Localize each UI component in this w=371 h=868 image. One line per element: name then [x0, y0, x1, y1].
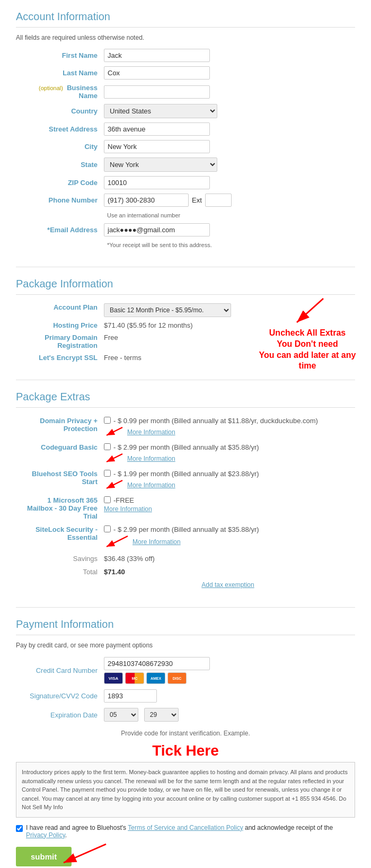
account-plan-label: Account Plan	[16, 301, 101, 319]
extra-checkbox-seo[interactable]	[104, 470, 111, 477]
cc-row: Credit Card Number VISA MC AMEX DISC	[16, 654, 355, 687]
account-section-title: Account Information	[16, 11, 355, 28]
submit-area: submit	[16, 847, 72, 866]
domain-label: Primary Domain Registration	[16, 331, 101, 352]
city-input[interactable]	[104, 140, 210, 153]
extra-label-codeguard: Codeguard Basic	[16, 441, 101, 467]
cc-input[interactable]	[104, 657, 210, 670]
extra-arrow-svg-2	[104, 478, 125, 491]
divider-2	[16, 380, 355, 380]
extra-checkbox-domain-privacy[interactable]	[104, 417, 111, 424]
phone-row: Phone Number Ext	[16, 191, 355, 209]
first-name-input[interactable]	[104, 49, 210, 62]
account-form-table: First Name Last Name (optional) Business…	[16, 47, 355, 251]
optional-badge: (optional)	[39, 85, 63, 91]
extra-checkbox-ms365[interactable]	[104, 496, 111, 503]
agree-text: I have read and agree to Bluehost's Term…	[26, 824, 355, 839]
extras-section-title: Package Extras	[16, 391, 355, 408]
extra-arrow-svg-0	[104, 425, 125, 438]
package-content-area: Account Plan Basic 12 Month Price - $5.9…	[16, 301, 355, 364]
tax-row: Add tax exemption	[16, 578, 355, 591]
extra-row-codeguard: Codeguard Basic - $ 2.99 per month (Bill…	[16, 441, 355, 467]
phone-field-group: Ext	[104, 194, 352, 207]
tax-exemption-link[interactable]: Add tax exemption	[104, 581, 352, 589]
svg-line-3	[107, 427, 122, 435]
submit-arrow-svg	[58, 841, 111, 868]
amex-icon: AMEX	[146, 672, 165, 684]
extra-label-seo: Bluehost SEO ToolsStart	[16, 467, 101, 494]
savings-row: Savings $36.48 (33% off)	[16, 552, 355, 565]
extra-label-ms365: 1 Microsoft 365Mailbox - 30 Day FreeTria…	[16, 494, 101, 523]
last-name-input[interactable]	[104, 66, 210, 80]
extra-more-info-4[interactable]: More Information	[132, 538, 181, 546]
agree-checkbox[interactable]	[16, 825, 23, 832]
tick-here-annotation: Tick Here	[16, 742, 355, 759]
verification-note: Provide code for instant verification. E…	[16, 730, 355, 737]
extra-more-info-0[interactable]: More Information	[127, 428, 175, 436]
state-select[interactable]: New York California Texas	[104, 157, 217, 172]
country-label: Country	[16, 102, 101, 120]
exp-row: Expiration Date 01 02 03 04 05 06 12 25 …	[16, 705, 355, 724]
exp-year-select[interactable]: 25 26 27 28 29 30	[144, 708, 179, 722]
business-name-input[interactable]	[104, 85, 210, 99]
privacy-link[interactable]: Privacy Policy	[26, 831, 65, 839]
extra-arrow-2: More Information	[104, 478, 352, 491]
first-name-row: First Name	[16, 47, 355, 64]
street-input[interactable]	[104, 122, 210, 136]
savings-label: Savings	[16, 552, 101, 565]
account-plan-select[interactable]: Basic 12 Month Price - $5.95/mo. Plus 12…	[104, 303, 231, 317]
ext-label: Ext	[192, 196, 202, 204]
zip-input[interactable]	[104, 176, 210, 189]
extra-row-seo: Bluehost SEO ToolsStart - $ 1.99 per mon…	[16, 467, 355, 494]
svg-line-9	[107, 536, 128, 547]
account-information-section: Account Information All fields are requi…	[16, 11, 355, 251]
email-row: *Email Address	[16, 221, 355, 239]
business-name-row: (optional) Business Name	[16, 82, 355, 102]
extra-label-sitelock: SiteLock Security -Essential	[16, 523, 101, 552]
country-select[interactable]: United States United Kingdom Canada	[104, 104, 217, 118]
svg-line-1	[297, 299, 323, 322]
extra-checkbox-codeguard[interactable]	[104, 443, 111, 450]
extra-price-sitelock: - $ 2.99 per month (Billed annually at $…	[113, 525, 259, 533]
extra-more-info-2[interactable]: More Information	[127, 481, 175, 489]
pkg-annotation-text: Uncheck All Extras You Don't need You ca…	[254, 328, 360, 372]
last-name-label: Last Name	[16, 64, 101, 82]
terms-link[interactable]: Terms of Service and Cancellation Policy	[128, 824, 243, 831]
payment-section-title: Payment Information	[16, 618, 355, 635]
ssl-label: Let's Encrypt SSL	[16, 352, 101, 364]
extra-row-sitelock: SiteLock Security -Essential - $ 2.99 pe…	[16, 523, 355, 552]
city-row: City	[16, 138, 355, 155]
extra-more-info-3[interactable]: More Information	[104, 505, 352, 513]
exp-label: Expiration Date	[16, 705, 101, 724]
total-value: $71.40	[101, 565, 355, 578]
cvv-input[interactable]	[104, 689, 157, 703]
state-row: State New York California Texas	[16, 155, 355, 174]
phone-input[interactable]	[104, 194, 189, 207]
extra-checkbox-sitelock[interactable]	[104, 525, 111, 532]
ext-input[interactable]	[205, 194, 232, 207]
package-information-section: Package Information Account Plan Basic 1…	[16, 278, 355, 364]
extra-checkbox-group-2: - $ 1.99 per month (Billed annually at $…	[104, 470, 352, 478]
cvv-row: Signature/CVV2 Code	[16, 687, 355, 705]
extra-arrow-0: More Information	[104, 425, 352, 438]
svg-line-11	[64, 844, 106, 863]
agree-row: I have read and agree to Bluehost's Term…	[16, 824, 355, 839]
exp-month-select[interactable]: 01 02 03 04 05 06 12	[104, 708, 138, 722]
email-label: *Email Address	[16, 221, 101, 239]
city-label: City	[16, 138, 101, 155]
phone-label: Phone Number	[16, 191, 101, 209]
payment-form-table: Credit Card Number VISA MC AMEX DISC Sig…	[16, 654, 355, 724]
phone-note: Use an international number	[104, 212, 180, 218]
divider-3	[16, 607, 355, 608]
extra-arrow-svg-4	[104, 533, 130, 549]
package-section-title: Package Information	[16, 278, 355, 295]
payment-information-section: Payment Information Pay by credit card, …	[16, 618, 355, 866]
extra-more-info-1[interactable]: More Information	[127, 455, 175, 462]
account-required-note: All fields are required unless otherwise…	[16, 34, 355, 41]
zip-label: ZIP Code	[16, 174, 101, 191]
extra-price-ms365: -FREE	[113, 496, 134, 504]
extra-arrow-4: More Information	[104, 533, 352, 549]
extra-checkbox-group-0: - $ 0.99 per month (Billed annually at $…	[104, 417, 352, 425]
email-input[interactable]	[104, 223, 210, 236]
svg-line-7	[107, 480, 122, 488]
